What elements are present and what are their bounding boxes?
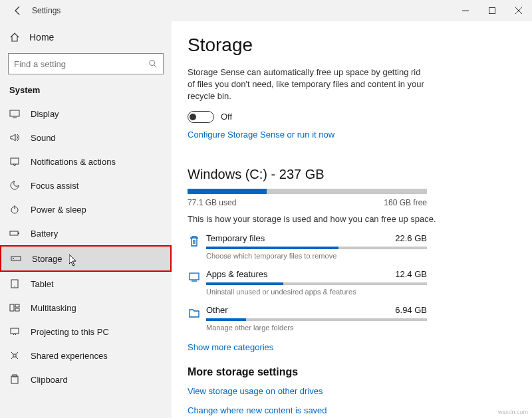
minimize-button[interactable] [452, 1, 479, 21]
shared-experiences-icon [9, 350, 21, 361]
sidebar-item-shared-experiences[interactable]: Shared experiences [0, 344, 172, 367]
usage-description: This is how your storage is used and how… [188, 214, 512, 224]
svg-point-14 [14, 286, 15, 286]
tablet-icon [9, 278, 21, 289]
window-title: Settings [32, 6, 61, 15]
sidebar-item-storage[interactable]: Storage [0, 245, 172, 272]
link-change-save-location[interactable]: Change where new content is saved [188, 405, 512, 415]
svg-rect-9 [10, 231, 18, 235]
sidebar-item-projecting[interactable]: Projecting to this PC [0, 320, 172, 344]
multitasking-icon [9, 302, 21, 313]
svg-rect-15 [10, 304, 14, 311]
focus-assist-icon [9, 180, 21, 191]
svg-rect-17 [15, 308, 19, 311]
category-other[interactable]: Other6.94 GB Manage other large folders [188, 305, 427, 332]
svg-rect-1 [489, 8, 495, 14]
home-icon [9, 32, 21, 43]
search-input[interactable] [14, 59, 148, 69]
cursor-icon [69, 255, 78, 266]
category-apps-features[interactable]: Apps & features12.4 GB Uninstall unused … [188, 269, 427, 296]
apps-icon [188, 269, 206, 284]
sidebar-item-clipboard[interactable]: Clipboard [0, 367, 172, 391]
watermark: wsxdn.com [498, 409, 528, 415]
maximize-button[interactable] [479, 1, 505, 21]
sidebar-item-focus-assist[interactable]: Focus assist [0, 173, 172, 197]
show-more-categories-link[interactable]: Show more categories [188, 342, 273, 352]
content-area: Storage Storage Sense can automatically … [172, 21, 532, 418]
storage-sense-toggle[interactable] [188, 111, 214, 123]
configure-storage-sense-link[interactable]: Configure Storage Sense or run it now [188, 130, 334, 140]
svg-rect-19 [11, 376, 18, 383]
notifications-icon [9, 156, 21, 167]
link-view-storage-other-drives[interactable]: View storage usage on other drives [188, 386, 512, 396]
display-icon [9, 108, 21, 119]
search-icon [148, 59, 158, 68]
clipboard-icon [9, 374, 21, 385]
svg-rect-16 [15, 304, 19, 307]
drive-heading: Windows (C:) - 237 GB [188, 167, 512, 182]
storage-sense-description: Storage Sense can automatically free up … [188, 66, 427, 103]
back-button[interactable] [8, 1, 28, 21]
category-temporary-files[interactable]: Temporary files22.6 GB Choose which temp… [188, 233, 427, 260]
sidebar-group-header: System [0, 81, 172, 102]
svg-line-3 [154, 65, 157, 68]
svg-rect-18 [11, 328, 19, 334]
free-label: 160 GB free [384, 198, 427, 207]
power-icon [9, 204, 21, 215]
sidebar-item-display[interactable]: Display [0, 102, 172, 126]
home-label: Home [29, 32, 54, 43]
more-settings-heading: More storage settings [188, 366, 512, 378]
close-button[interactable] [505, 1, 532, 21]
projecting-icon [9, 326, 21, 337]
svg-rect-6 [11, 158, 19, 164]
trash-icon [188, 233, 206, 248]
sidebar: Home System Display Sound Notifications … [0, 21, 172, 418]
battery-icon [9, 228, 21, 239]
search-box[interactable] [8, 53, 164, 74]
page-title: Storage [188, 35, 512, 56]
sidebar-item-sound[interactable]: Sound [0, 126, 172, 150]
used-label: 77.1 GB used [188, 198, 236, 207]
sidebar-item-battery[interactable]: Battery [0, 221, 172, 245]
storage-icon [11, 253, 23, 264]
home-button[interactable]: Home [0, 27, 172, 48]
svg-point-2 [150, 60, 155, 66]
svg-rect-4 [10, 110, 19, 116]
drive-usage-bar [188, 189, 427, 194]
sound-icon [9, 132, 21, 143]
svg-point-12 [13, 258, 14, 259]
folder-icon [188, 305, 206, 320]
sidebar-item-tablet[interactable]: Tablet [0, 272, 172, 296]
sidebar-item-multitasking[interactable]: Multitasking [0, 296, 172, 320]
sidebar-item-power-sleep[interactable]: Power & sleep [0, 197, 172, 221]
svg-rect-21 [190, 273, 199, 280]
titlebar: Settings [0, 0, 532, 21]
storage-sense-toggle-state: Off [221, 112, 232, 122]
sidebar-item-notifications[interactable]: Notifications & actions [0, 150, 172, 173]
svg-rect-10 [18, 233, 19, 234]
